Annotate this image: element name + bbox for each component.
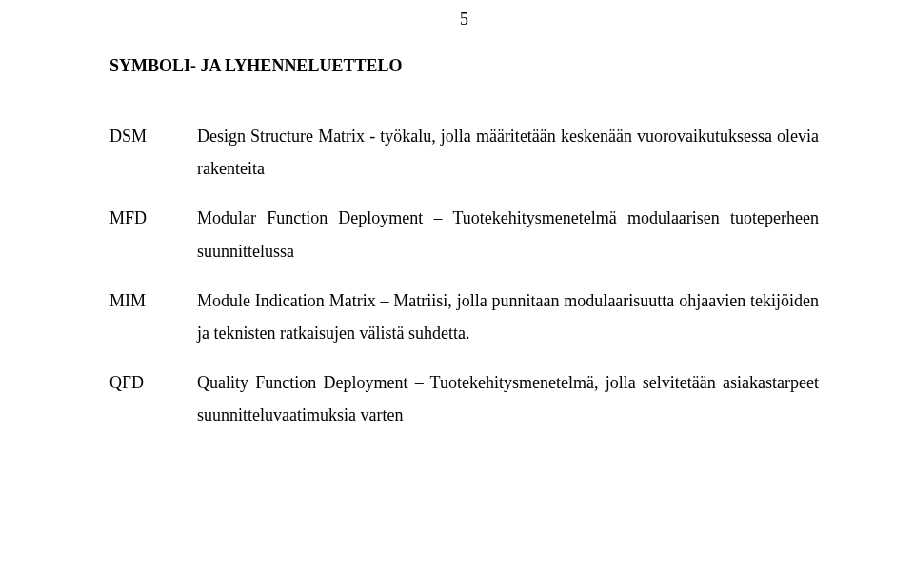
glossary-entry: DSM Design Structure Matrix - työkalu, j… — [109, 120, 819, 185]
glossary-entry: QFD Quality Function Deployment – Tuotek… — [109, 366, 819, 431]
definition-text: Design Structure Matrix - työkalu, jolla… — [197, 120, 819, 185]
definition-text: Module Indication Matrix – Matriisi, jol… — [197, 284, 819, 349]
abbreviation: QFD — [109, 366, 197, 399]
glossary-entry: MIM Module Indication Matrix – Matriisi,… — [109, 284, 819, 349]
page-number: 5 — [109, 0, 819, 56]
page: 5 SYMBOLI- JA LYHENNELUETTELO DSM Design… — [0, 0, 914, 432]
section-heading: SYMBOLI- JA LYHENNELUETTELO — [109, 56, 819, 120]
definition-text: Modular Function Deployment – Tuotekehit… — [197, 202, 819, 266]
abbreviation: DSM — [109, 120, 197, 152]
definition-text: Quality Function Deployment – Tuotekehit… — [197, 366, 819, 431]
glossary-entry: MFD Modular Function Deployment – Tuotek… — [109, 202, 819, 266]
abbreviation: MIM — [109, 284, 197, 317]
abbreviation: MFD — [109, 202, 197, 234]
